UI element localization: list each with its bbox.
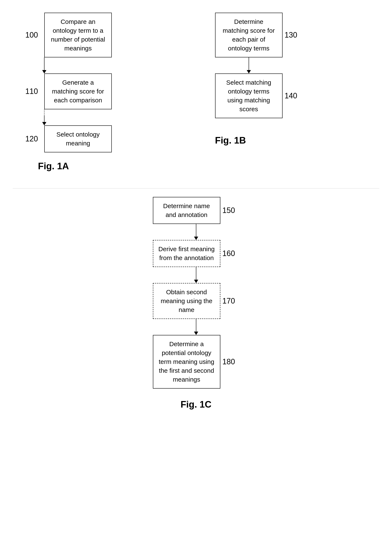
step-number-110: 110 [25, 87, 42, 96]
fig1a-label: Fig. 1A [38, 161, 69, 171]
flowbox-170: Obtain second meaning using the name [153, 283, 220, 319]
flowbox-120-text: Select ontology meaning [50, 130, 106, 148]
top-section: 100 Compare an ontology term to a number… [13, 8, 379, 171]
step-row-170: Obtain second meaning using the name 170 [153, 283, 239, 319]
flowbox-100: Compare an ontology term to a number of … [44, 13, 112, 57]
step-row-150: Determine name and annotation 150 [153, 197, 239, 224]
fig1c-label: Fig. 1C [181, 399, 211, 410]
flowbox-160-text: Derive first meaning from the annotation [158, 245, 215, 262]
flowbox-110-text: Generate a matching score for each compa… [50, 78, 106, 105]
fig1b-column: Determine matching score for each pair o… [190, 8, 379, 171]
flowbox-140-text: Select matching ontology terms using mat… [221, 78, 277, 114]
step-number-120: 120 [25, 135, 42, 143]
flowbox-150: Determine name and annotation [153, 197, 220, 224]
fig1a-column: 100 Compare an ontology term to a number… [13, 8, 190, 171]
step-number-160: 160 [223, 249, 239, 258]
step-number-150: 150 [223, 206, 239, 215]
flowbox-150-text: Determine name and annotation [158, 201, 215, 219]
flowbox-130: Determine matching score for each pair o… [215, 13, 283, 57]
flowbox-100-text: Compare an ontology term to a number of … [50, 17, 106, 53]
flowbox-170-text: Obtain second meaning using the name [158, 288, 215, 314]
step-row-110: 110 Generate a matching score for each c… [25, 73, 112, 109]
step-row-160: Derive first meaning from the annotation… [153, 240, 239, 267]
flowbox-130-text: Determine matching score for each pair o… [221, 17, 277, 53]
section-divider [13, 188, 379, 188]
flowbox-140: Select matching ontology terms using mat… [215, 73, 283, 118]
fig1b-label: Fig. 1B [215, 135, 246, 146]
step-row-130: Determine matching score for each pair o… [215, 13, 301, 57]
step-number-140: 140 [285, 91, 301, 100]
step-row-140: Select matching ontology terms using mat… [215, 73, 301, 118]
flowbox-110: Generate a matching score for each compa… [44, 73, 112, 109]
step-row-120: 120 Select ontology meaning [25, 125, 112, 152]
flowbox-160: Derive first meaning from the annotation [153, 240, 220, 267]
flowbox-180: Determine a potential ontology term mean… [153, 335, 220, 388]
step-row-100: 100 Compare an ontology term to a number… [25, 13, 112, 57]
step-number-130: 130 [285, 31, 301, 39]
page: 100 Compare an ontology term to a number… [0, 0, 392, 553]
flowbox-180-text: Determine a potential ontology term mean… [158, 340, 215, 384]
step-number-100: 100 [25, 31, 42, 39]
fig1c-section: Determine name and annotation 150 Derive… [13, 197, 379, 410]
step-number-180: 180 [223, 357, 239, 366]
flowbox-120: Select ontology meaning [44, 125, 112, 152]
step-number-170: 170 [223, 296, 239, 305]
step-row-180: Determine a potential ontology term mean… [153, 335, 239, 388]
